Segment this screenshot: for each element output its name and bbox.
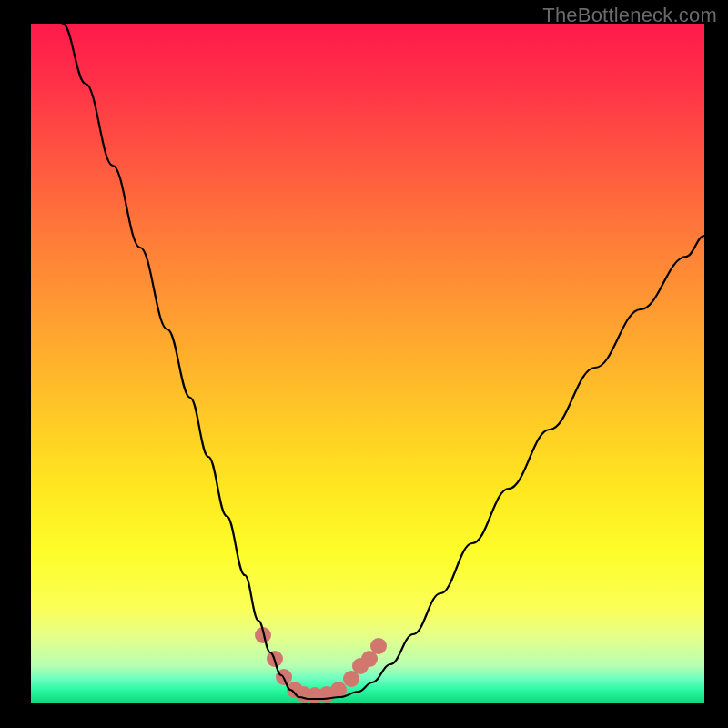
bottleneck-curve-svg (31, 24, 704, 703)
bottleneck-band-markers (255, 627, 387, 703)
marker-dot (370, 638, 387, 654)
chart-frame: TheBottleneck.com (0, 0, 728, 728)
plot-area (31, 24, 704, 703)
bottleneck-curve (63, 24, 704, 699)
watermark-text: TheBottleneck.com (542, 4, 717, 27)
